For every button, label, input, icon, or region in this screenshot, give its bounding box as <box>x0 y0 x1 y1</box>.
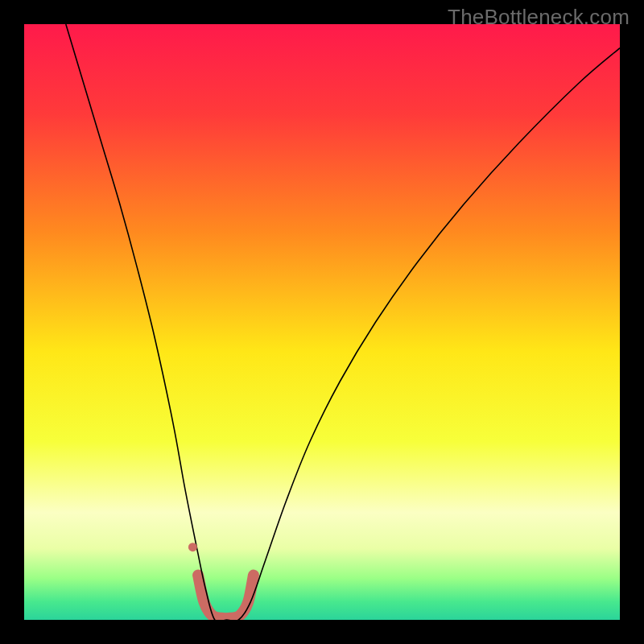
chart-frame: TheBottleneck.com <box>0 0 644 644</box>
chart-svg <box>24 24 620 620</box>
gradient-background <box>24 24 620 620</box>
plot-area <box>24 24 620 620</box>
series-marker-dot <box>188 543 197 551</box>
